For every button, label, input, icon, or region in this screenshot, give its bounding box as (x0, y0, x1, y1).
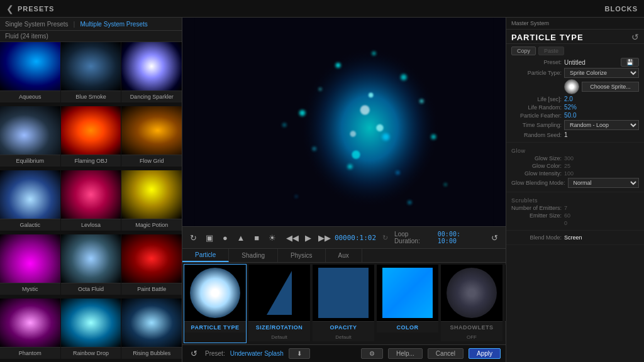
eye-button[interactable]: ☀ (267, 231, 279, 244)
list-item[interactable]: Magic Potion (121, 170, 182, 231)
list-item[interactable]: Flow Grid (121, 106, 182, 167)
list-item[interactable]: Rising Bubbles (121, 299, 182, 359)
particle-type-select[interactable]: Sprite Colorize Sprite Point (564, 68, 639, 78)
svg-point-12 (431, 134, 436, 140)
thumb-color[interactable]: COLOR (376, 264, 439, 343)
emitter-size-row: Emitter Size: 60 (511, 212, 639, 219)
paste-button[interactable]: Paste (538, 47, 564, 55)
settings-button[interactable]: ⚙ (361, 348, 383, 359)
svg-point-11 (396, 171, 400, 175)
top-bar: ❮ PRESETS BLOCKS (0, 0, 644, 18)
motion-button[interactable]: ▲ (235, 231, 247, 244)
time-sampling-select[interactable]: Random - Loop Sequential (564, 120, 639, 130)
list-item[interactable]: Mystic (0, 234, 60, 295)
list-item[interactable]: Aqueous (0, 42, 60, 102)
tab-shading[interactable]: Shading (229, 249, 278, 262)
emitter-val3-value[interactable]: 0 (564, 220, 567, 226)
list-item[interactable]: Dancing Sparkler (121, 42, 182, 102)
list-item[interactable]: Paint Battle (121, 234, 182, 295)
glow-color-row: Glow Color: 25 (511, 163, 639, 169)
single-system-tab[interactable]: Single System Presets (5, 21, 69, 28)
rewind-button[interactable]: ↻ (187, 231, 199, 244)
num-emitters-label: Number of Emitters: (511, 205, 562, 211)
preset-name: Magic Potion (121, 219, 182, 231)
preset-field-label: Preset: (511, 59, 562, 65)
loop-reset-button[interactable]: ↺ (489, 231, 501, 244)
svg-point-19 (350, 131, 355, 136)
copy-button[interactable]: Copy (511, 47, 536, 55)
blend-mode-value[interactable]: Screen (564, 234, 582, 241)
tab-physics[interactable]: Physics (278, 249, 325, 262)
life-row: Life [sec]: 2.0 (511, 96, 639, 102)
list-item[interactable]: Equilibrium (0, 106, 60, 167)
camera-button[interactable]: ▣ (203, 231, 215, 244)
top-bar-left: ❮ PRESETS (6, 4, 54, 14)
list-item[interactable]: Octa Fluid (61, 234, 121, 295)
list-item[interactable]: Phantom (0, 299, 60, 359)
glow-section-label: Glow (511, 148, 639, 154)
apply-button[interactable]: Apply (469, 348, 501, 359)
preset-name: Phantom (0, 347, 60, 359)
play-button[interactable]: ▶ (303, 231, 314, 244)
glow-color-value[interactable]: 25 (564, 163, 570, 169)
list-item[interactable]: Levlosa (61, 170, 121, 231)
list-item[interactable]: Flaming OBJ (61, 106, 121, 167)
copy-paste-section: Copy Paste Preset: Untitled 💾 Particle T… (506, 44, 644, 143)
num-emitters-value[interactable]: 7 (564, 205, 567, 211)
list-item[interactable]: Blue Smoke (61, 42, 121, 102)
particle-type-visual (190, 268, 240, 318)
export-button[interactable]: ⬇ (289, 348, 310, 359)
list-item[interactable]: Rainbow Drop (61, 299, 121, 359)
glow-size-value[interactable]: 300 (564, 155, 574, 162)
thumb-opacity[interactable]: OPACITY Default (312, 264, 375, 343)
list-item[interactable]: Galactic (0, 170, 60, 231)
preset-name: Levlosa (61, 219, 121, 231)
status-reset-button[interactable]: ↺ (187, 348, 200, 360)
life-random-value[interactable]: 52% (564, 104, 577, 111)
next-button[interactable]: ▶▶ (318, 231, 331, 244)
back-icon[interactable]: ❮ (6, 4, 14, 14)
thumb-particle-type[interactable]: PARTICLE TYPE (184, 264, 247, 343)
tab-particle[interactable]: Particle (182, 249, 229, 262)
preset-name: Rising Bubbles (121, 347, 182, 359)
svg-point-14 (408, 200, 411, 204)
particle-feather-value[interactable]: 50.0 (564, 112, 576, 119)
svg-point-8 (313, 147, 316, 151)
prev-button[interactable]: ◀◀ (286, 231, 299, 244)
preset-label: Preset: (205, 350, 225, 357)
preset-row: Preset: Untitled 💾 (511, 58, 639, 67)
tab-aux[interactable]: Aux (326, 249, 362, 262)
svg-point-3 (372, 52, 376, 55)
svg-point-9 (299, 110, 305, 116)
random-seed-value[interactable]: 1 (564, 131, 568, 138)
title-reset-button[interactable]: ↺ (631, 32, 639, 42)
preset-save-button[interactable]: 💾 (621, 58, 639, 67)
particle-type-row: Particle Type: Sprite Colorize Sprite Po… (511, 68, 639, 78)
thumb-sublabel-shadowlets: OFF (441, 332, 502, 341)
help-button[interactable]: Help... (388, 348, 423, 359)
preset-preview (121, 299, 182, 347)
thumb-size-rotation[interactable]: SIZE/ROTATION Default (248, 264, 311, 343)
multiple-system-tab[interactable]: Multiple System Presets (80, 21, 147, 28)
tab-separator: | (74, 20, 75, 28)
bottom-status-bar: ↺ Preset: Underwater Splash ⬇ ⚙ Help... … (182, 344, 506, 362)
presets-title: PRESETS (18, 5, 54, 13)
life-random-label: Life Random: (511, 104, 562, 111)
emitter-size-value[interactable]: 60 (564, 212, 570, 219)
status-right: ⚙ Help... Cancel Apply (361, 348, 501, 359)
record-button[interactable]: ● (219, 231, 231, 244)
svg-point-16 (282, 123, 286, 127)
frame-button[interactable]: ■ (251, 231, 263, 244)
life-value[interactable]: 2.0 (564, 96, 573, 102)
preset-preview (61, 42, 121, 90)
glow-blending-select[interactable]: Normal Add Screen (568, 178, 639, 188)
glow-intensity-value[interactable]: 100 (564, 170, 574, 177)
particle-type-field-label: Particle Type: (511, 70, 562, 76)
cancel-button[interactable]: Cancel (428, 348, 464, 359)
svg-point-2 (336, 63, 341, 68)
num-emitters-row: Number of Emitters: 7 (511, 205, 639, 211)
glow-size-row: Glow Size: 300 (511, 155, 639, 162)
particle-type-title: PARTICLE TYPE ↺ (506, 30, 644, 44)
thumb-shadowlets[interactable]: SHADOWLETS OFF (440, 264, 503, 343)
choose-sprite-button[interactable]: Choose Sprite... (582, 82, 639, 92)
